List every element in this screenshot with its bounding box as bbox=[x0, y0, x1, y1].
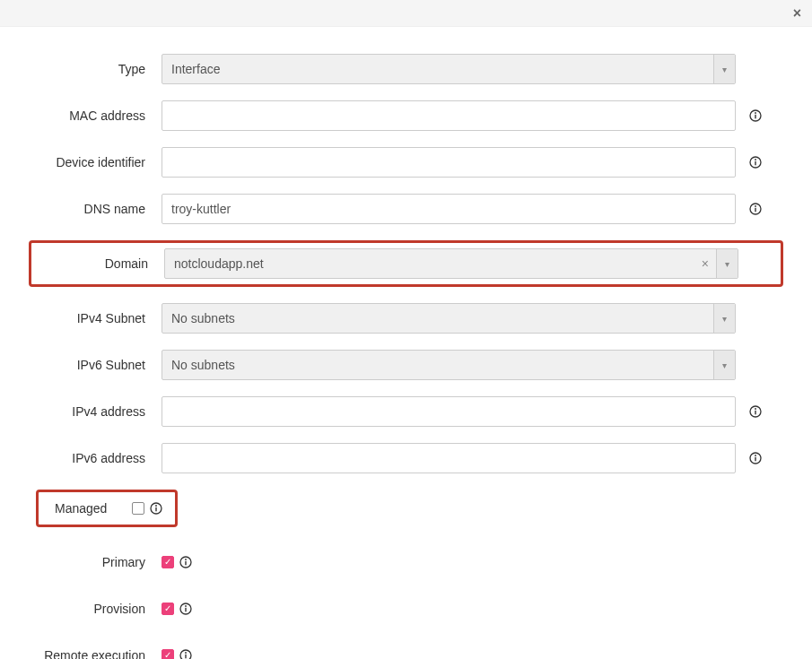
svg-rect-23 bbox=[185, 608, 186, 612]
svg-rect-17 bbox=[156, 507, 157, 512]
svg-point-7 bbox=[755, 205, 756, 207]
label-ipv6-subnet: IPv6 Subnet bbox=[36, 358, 162, 372]
primary-checkbox[interactable]: ✓ bbox=[162, 556, 174, 568]
label-mac: MAC address bbox=[36, 108, 162, 123]
ipv6-subnet-value: No subnets bbox=[162, 358, 713, 372]
label-ipv4-addr: IPv4 address bbox=[36, 404, 162, 419]
svg-rect-20 bbox=[185, 561, 186, 566]
info-icon[interactable] bbox=[748, 108, 763, 123]
row-ipv4-addr: IPv4 address bbox=[36, 396, 776, 427]
ipv6-addr-input[interactable] bbox=[162, 443, 736, 473]
row-ipv4-subnet: IPv4 Subnet No subnets ▾ bbox=[36, 303, 776, 334]
domain-select-value: notcloudapp.net bbox=[165, 256, 694, 271]
ipv6-subnet-select[interactable]: No subnets ▾ bbox=[162, 350, 736, 380]
close-icon[interactable]: × bbox=[793, 5, 801, 22]
svg-rect-2 bbox=[755, 115, 755, 119]
chevron-down-icon: ▾ bbox=[716, 249, 738, 278]
chevron-down-icon: ▾ bbox=[713, 55, 735, 83]
mac-input[interactable] bbox=[162, 100, 736, 131]
highlight-domain: Domain notcloudapp.net × ▾ bbox=[29, 240, 783, 287]
svg-rect-5 bbox=[755, 161, 755, 166]
managed-checkbox[interactable] bbox=[132, 502, 144, 515]
check-icon: ✓ bbox=[164, 651, 171, 659]
svg-point-16 bbox=[155, 505, 157, 507]
svg-rect-14 bbox=[755, 457, 755, 462]
label-primary: Primary bbox=[36, 555, 162, 569]
highlight-managed: Managed bbox=[36, 490, 178, 527]
svg-point-19 bbox=[185, 559, 187, 560]
row-primary: Primary ✓ bbox=[36, 547, 776, 577]
svg-rect-8 bbox=[755, 208, 755, 212]
type-select[interactable]: Interface ▾ bbox=[162, 54, 736, 84]
remote-exec-checkbox[interactable]: ✓ bbox=[162, 649, 174, 659]
clear-icon[interactable]: × bbox=[694, 256, 716, 271]
svg-point-4 bbox=[755, 159, 756, 160]
label-dns: DNS name bbox=[36, 202, 162, 216]
svg-rect-11 bbox=[755, 411, 755, 415]
dns-input[interactable] bbox=[162, 194, 736, 224]
provision-checkbox[interactable]: ✓ bbox=[162, 603, 174, 615]
dialog-header: × bbox=[0, 0, 812, 27]
label-domain: Domain bbox=[39, 256, 164, 271]
svg-point-10 bbox=[755, 408, 756, 410]
info-icon[interactable] bbox=[748, 202, 763, 216]
label-type: Type bbox=[36, 62, 162, 76]
label-remote-exec: Remote execution bbox=[36, 648, 162, 659]
svg-point-1 bbox=[755, 112, 756, 114]
ipv4-subnet-value: No subnets bbox=[162, 311, 713, 325]
row-provision: Provision ✓ bbox=[36, 594, 776, 624]
row-ipv6-subnet: IPv6 Subnet No subnets ▾ bbox=[36, 350, 776, 380]
label-ipv4-subnet: IPv4 Subnet bbox=[36, 311, 162, 325]
info-icon[interactable] bbox=[150, 502, 162, 515]
info-icon[interactable] bbox=[179, 603, 192, 615]
info-icon[interactable] bbox=[179, 649, 192, 659]
row-ipv6-addr: IPv6 address bbox=[36, 443, 776, 473]
svg-point-13 bbox=[755, 455, 756, 456]
interface-form: Type Interface ▾ MAC address Device iden… bbox=[0, 27, 812, 659]
row-remote-exec: Remote execution ✓ bbox=[36, 640, 776, 659]
row-managed: Managed bbox=[36, 490, 776, 527]
info-icon[interactable] bbox=[179, 556, 192, 568]
info-icon[interactable] bbox=[748, 451, 763, 465]
row-dns: DNS name bbox=[36, 194, 776, 224]
label-managed: Managed bbox=[46, 501, 132, 516]
info-icon[interactable] bbox=[748, 155, 763, 169]
check-icon: ✓ bbox=[164, 558, 171, 567]
ipv4-subnet-select[interactable]: No subnets ▾ bbox=[162, 303, 736, 334]
svg-point-22 bbox=[185, 605, 187, 607]
domain-select[interactable]: notcloudapp.net × ▾ bbox=[164, 248, 738, 279]
svg-rect-26 bbox=[185, 655, 186, 659]
row-device-id: Device identifier bbox=[36, 147, 776, 178]
chevron-down-icon: ▾ bbox=[713, 304, 735, 333]
ipv4-addr-input[interactable] bbox=[162, 396, 736, 427]
label-provision: Provision bbox=[36, 602, 162, 616]
chevron-down-icon: ▾ bbox=[713, 351, 735, 379]
svg-point-25 bbox=[185, 652, 187, 654]
type-select-value: Interface bbox=[162, 62, 713, 76]
label-device-id: Device identifier bbox=[36, 155, 162, 169]
device-id-input[interactable] bbox=[162, 147, 736, 178]
row-type: Type Interface ▾ bbox=[36, 54, 776, 84]
info-icon[interactable] bbox=[748, 404, 763, 419]
check-icon: ✓ bbox=[164, 604, 171, 613]
row-mac: MAC address bbox=[36, 100, 776, 131]
label-ipv6-addr: IPv6 address bbox=[36, 451, 162, 465]
